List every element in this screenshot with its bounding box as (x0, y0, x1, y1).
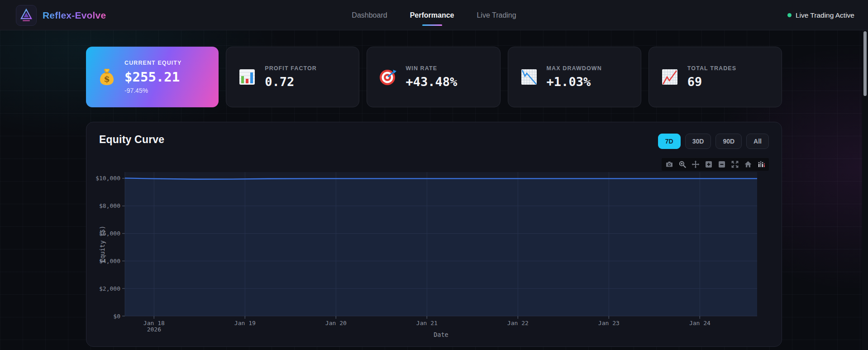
svg-text:Equity ($): Equity ($) (99, 225, 106, 262)
range-button-90d[interactable]: 90D (715, 134, 742, 149)
stat-label: TOTAL TRADES (687, 65, 736, 72)
stat-value: 0.72 (265, 75, 317, 89)
stat-value: +1.03% (547, 75, 602, 89)
range-button-30d[interactable]: 30D (685, 134, 711, 149)
money-bag-icon: $ (97, 67, 117, 87)
svg-text:Jan 20: Jan 20 (325, 320, 347, 326)
svg-text:Jan 19: Jan 19 (234, 320, 256, 326)
scrollbar-track (862, 30, 868, 350)
live-status: Live Trading Active (787, 0, 854, 30)
svg-text:Jan 18: Jan 18 (143, 320, 165, 326)
svg-text:$0: $0 (113, 313, 120, 320)
bar-chart-icon (237, 67, 257, 87)
nav-item-live-trading[interactable]: Live Trading (476, 9, 517, 22)
stat-label: MAX DRAWDOWN (547, 65, 602, 72)
svg-text:$: $ (104, 74, 110, 84)
svg-text:2026: 2026 (147, 326, 161, 333)
range-buttons: 7D 30D 90D All (658, 134, 769, 149)
nav-links: Dashboard Performance Live Trading (0, 0, 868, 30)
stat-card-current-equity: $ CURRENT EQUITY $255.21 -97.45% (86, 47, 219, 107)
target-icon (378, 67, 398, 87)
stats-row: $ CURRENT EQUITY $255.21 -97.45% PROFIT … (86, 47, 782, 107)
svg-text:$10,000: $10,000 (95, 175, 120, 182)
status-label: Live Trading Active (796, 11, 854, 19)
nav-item-dashboard[interactable]: Dashboard (351, 9, 388, 22)
stat-change: -97.45% (124, 87, 182, 94)
stat-value: +43.48% (405, 75, 457, 89)
equity-chart[interactable]: $0$2,000$4,000$6,000$8,000$10,000Jan 182… (86, 168, 782, 344)
stat-label: WIN RATE (405, 65, 457, 72)
equity-curve-panel: Equity Curve 7D 30D 90D All (86, 122, 782, 347)
status-dot-icon (787, 13, 792, 17)
svg-text:Date: Date (434, 331, 448, 338)
chart-decreasing-icon (519, 67, 539, 87)
stat-value: $255.21 (124, 69, 182, 85)
range-button-all[interactable]: All (746, 134, 769, 149)
range-button-7d[interactable]: 7D (658, 134, 681, 149)
stat-card-profit-factor: PROFIT FACTOR 0.72 (226, 47, 359, 107)
stat-value: 69 (687, 75, 736, 89)
nav-item-performance[interactable]: Performance (409, 9, 455, 22)
svg-text:Jan 21: Jan 21 (416, 320, 438, 326)
scrollbar-thumb[interactable] (863, 31, 867, 96)
svg-text:$8,000: $8,000 (99, 202, 120, 209)
panel-title: Equity Curve (99, 134, 164, 146)
navbar: Reflex-Evolve Dashboard Performance Live… (0, 0, 868, 30)
stat-card-total-trades: TOTAL TRADES 69 (649, 47, 782, 107)
stat-card-max-drawdown: MAX DRAWDOWN +1.03% (508, 47, 641, 107)
svg-text:Jan 24: Jan 24 (689, 320, 711, 326)
svg-text:Jan 22: Jan 22 (507, 320, 529, 326)
chart-increasing-icon (660, 67, 680, 87)
stat-card-win-rate: WIN RATE +43.48% (367, 47, 500, 107)
svg-text:$2,000: $2,000 (99, 285, 120, 292)
equity-chart-svg[interactable]: $0$2,000$4,000$6,000$8,000$10,000Jan 182… (86, 168, 782, 344)
stat-label: PROFIT FACTOR (265, 65, 317, 72)
stat-label: CURRENT EQUITY (124, 60, 182, 66)
svg-text:Jan 23: Jan 23 (598, 320, 620, 326)
